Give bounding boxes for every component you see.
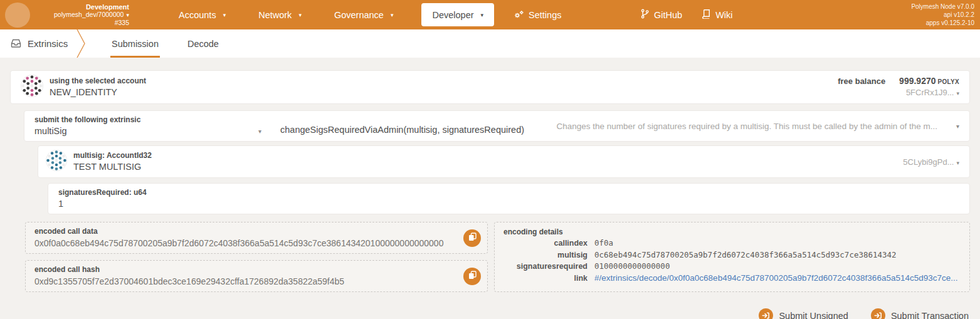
method-description: Changes the number of signatures require… (556, 122, 937, 131)
method-signature: changeSigsRequiredViaAdmin(multisig, sig… (280, 125, 524, 135)
inbox-icon (11, 38, 21, 50)
action-bar: Submit Unsigned Submit Transaction (11, 308, 969, 319)
top-header: Development polymesh_dev/7000000▾ #335 A… (0, 0, 980, 29)
encoded-call-hash-label: encoded call hash (34, 264, 478, 275)
version-info: Polymesh Node v7.0.0 api v10.2.2 apps v0… (911, 0, 974, 29)
encoding-value: 0f0a (594, 238, 613, 249)
nav-label: Network (258, 10, 292, 20)
chevron-down-icon[interactable]: ▾ (956, 160, 959, 166)
chain-logo[interactable] (5, 3, 30, 28)
wiki-link[interactable]: Wiki (702, 9, 732, 21)
signatures-param-value: 1 (58, 197, 147, 210)
nav-settings[interactable]: Settings (503, 0, 572, 29)
method-select[interactable]: changeSigsRequiredViaAdmin(multisig, sig… (280, 125, 524, 137)
encoded-call-hash-box: encoded call hash 0xd9c1355705f7e2d37004… (25, 260, 488, 292)
balance-unit: POLYX (938, 78, 959, 85)
nav-label: Accounts (179, 10, 216, 20)
encoding-value: 0100000000000000 (594, 261, 670, 273)
account-meta: free balance999.9270POLYX 5FCrRx1J9...▾ (838, 75, 959, 99)
ext-label: Wiki (715, 10, 732, 20)
free-balance-label: free balance (838, 76, 885, 86)
chevron-down-icon: ▾ (258, 128, 261, 135)
chevron-down-icon: ▾ (126, 11, 129, 19)
nav-developer[interactable]: Developer▾ (421, 3, 494, 26)
encoding-row: signaturesrequired0100000000000000 (503, 261, 961, 273)
git-branch-icon (641, 9, 649, 21)
tab-bar: Extrinsics Submission Decode (0, 29, 980, 58)
breadcrumb: Extrinsics (0, 29, 76, 58)
copy-call-data-button[interactable] (463, 229, 481, 247)
param-multisig[interactable]: multisig: AccountId32 TEST MULTISIG 5CLy… (38, 145, 970, 178)
nav-accounts[interactable]: Accounts▾ (168, 0, 236, 29)
nav-network[interactable]: Network▾ (248, 0, 312, 29)
chevron-down-icon: ▾ (956, 123, 959, 130)
node-version: Polymesh Node v7.0.0 (911, 3, 974, 11)
submit-transaction-button[interactable]: Submit Transaction (871, 308, 969, 319)
chevron-down-icon: ▾ (223, 12, 226, 18)
chain-selector[interactable]: Development polymesh_dev/7000000▾ #335 (35, 3, 129, 26)
encoding-details-box: encoding details callindex0f0a multisig0… (494, 222, 970, 292)
api-version: api v10.2.2 (911, 11, 974, 19)
ext-label: GitHub (654, 10, 682, 20)
breadcrumb-divider (76, 29, 89, 58)
tab-submission[interactable]: Submission (110, 29, 160, 58)
account-name: NEW_IDENTITY (50, 86, 146, 98)
chevron-down-icon[interactable]: ▾ (956, 88, 959, 99)
multisig-account-name: TEST MULTISIG (73, 160, 152, 173)
sign-in-icon (871, 308, 885, 319)
nav-label: Governance (334, 10, 384, 20)
signatures-field: signaturesRequired: u64 1 (58, 187, 147, 210)
encoded-call-data-box: encoded call data 0x0f0a0c68eb494c75d787… (25, 222, 488, 254)
method-description-select[interactable]: Changes the number of signatures require… (556, 122, 959, 131)
output-section: encoded call data 0x0f0a0c68eb494c75d787… (25, 222, 970, 292)
encoding-value: 0c68eb494c75d78700205a9b7f2d6072c4038f36… (594, 249, 897, 261)
multisig-identicon[interactable] (46, 150, 67, 174)
section-title: Extrinsics (28, 38, 68, 49)
account-address-short: 5FCrRx1J9... (906, 88, 954, 97)
tab-label: Submission (112, 39, 159, 49)
param-signatures-required[interactable]: signaturesRequired: u64 1 (48, 183, 970, 214)
account-selector[interactable]: using the selected account NEW_IDENTITY … (10, 70, 970, 104)
encoded-call-data-label: encoded call data (34, 226, 478, 237)
copy-call-hash-button[interactable] (463, 268, 481, 285)
sign-in-icon (759, 308, 773, 319)
apps-version: apps v0.125.2-10 (911, 19, 974, 27)
encoded-call-data-value: 0x0f0a0c68eb494c75d78700205a9b7f2d6072c4… (34, 237, 478, 249)
encoded-call-hash-value: 0xd9c1355705f7e2d37004601bdec3ce169e2943… (34, 275, 478, 288)
encoding-details-title: encoding details (503, 227, 961, 238)
nav-governance[interactable]: Governance▾ (324, 0, 404, 29)
best-block-number: #335 (35, 19, 129, 26)
account-identicon[interactable] (21, 75, 43, 100)
encoding-row: callindex0f0a (503, 238, 961, 249)
pallet-name: multiSig (34, 125, 67, 137)
chain-name: Development (35, 3, 129, 11)
chevron-down-icon: ▾ (391, 12, 394, 18)
chevron-down-icon: ▾ (481, 12, 484, 18)
external-links: GitHub Wiki (641, 0, 733, 29)
account-field: using the selected account NEW_IDENTITY (50, 76, 146, 98)
extrinsics-submission-page: using the selected account NEW_IDENTITY … (0, 58, 980, 319)
encoding-row: link#/extrinsics/decode/0x0f0a0c68eb494c… (503, 273, 961, 285)
chevron-down-icon: ▾ (298, 12, 302, 18)
account-field-label: using the selected account (50, 76, 146, 86)
submit-unsigned-button[interactable]: Submit Unsigned (759, 308, 848, 319)
multisig-field: multisig: AccountId32 TEST MULTISIG (73, 150, 152, 173)
encoding-key: signaturesrequired (503, 261, 587, 273)
encoding-row: multisig0c68eb494c75d78700205a9b7f2d6072… (503, 249, 961, 261)
encoding-key: callindex (503, 238, 587, 249)
decode-link[interactable]: #/extrinsics/decode/0x0f0a0c68eb494c75d7… (594, 273, 958, 285)
github-link[interactable]: GitHub (641, 9, 682, 21)
encoding-key: link (503, 273, 587, 285)
copy-icon (468, 271, 477, 281)
book-icon (702, 9, 710, 21)
signatures-param-label: signaturesRequired: u64 (58, 187, 147, 197)
tab-decode[interactable]: Decode (186, 29, 220, 58)
tabs: Submission Decode (110, 29, 246, 58)
extrinsic-field-label: submit the following extrinsic (34, 115, 261, 125)
pallet-select[interactable]: submit the following extrinsic multiSig▾ (34, 115, 261, 137)
multisig-param-label: multisig: AccountId32 (73, 150, 152, 160)
gears-icon (514, 10, 524, 19)
copy-icon (468, 233, 477, 243)
extrinsic-selector: submit the following extrinsic multiSig▾… (24, 110, 970, 142)
free-balance-value: 999.9270 (899, 76, 935, 86)
